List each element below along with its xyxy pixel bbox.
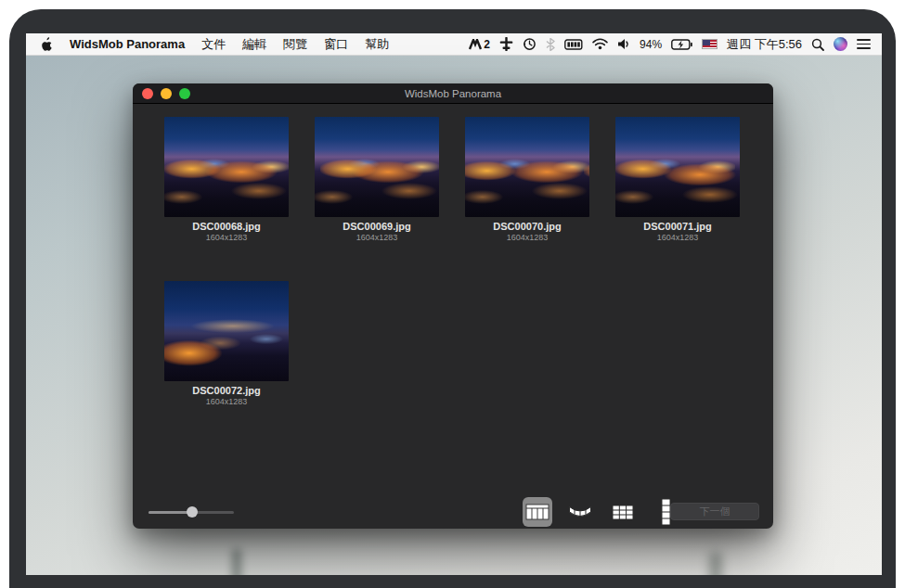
us-flag-icon[interactable]	[702, 39, 718, 49]
photo-dimensions: 1604x1283	[465, 233, 589, 242]
peaks-count: 2	[484, 38, 490, 51]
menu-edit[interactable]: 編輯	[242, 36, 266, 53]
photo-dimensions: 1604x1283	[164, 397, 289, 406]
apple-icon[interactable]	[41, 36, 53, 53]
tile-stitch-icon	[612, 505, 634, 520]
mode-cylinder-stitch-button[interactable]	[565, 497, 595, 527]
photo-thumbnail[interactable]	[465, 117, 589, 217]
zoom-button[interactable]	[179, 88, 190, 99]
photo-dimensions: 1604x1283	[315, 233, 439, 242]
photo-item[interactable]: DSC00069.jpg 1604x1283	[315, 117, 439, 242]
menu-file[interactable]: 文件	[201, 36, 226, 53]
window-controls	[142, 88, 190, 99]
wifi-icon[interactable]	[592, 36, 608, 53]
wallpaper-stem-right	[710, 553, 721, 575]
photo-filename: DSC00072.jpg	[164, 385, 289, 396]
photo-thumbnail[interactable]	[615, 117, 740, 217]
mode-horizontal-stitch-button[interactable]	[523, 497, 552, 527]
time-machine-icon[interactable]	[523, 36, 537, 53]
notification-center-icon[interactable]	[857, 39, 871, 49]
battery-charging-icon[interactable]	[671, 36, 692, 53]
app-menu-title[interactable]: WidsMob Panorama	[70, 37, 185, 51]
keyboard-battery-icon[interactable]	[564, 36, 583, 53]
photo-thumbnail[interactable]	[164, 281, 289, 381]
battery-percent: 94%	[640, 38, 662, 51]
photo-filename: DSC00071.jpg	[615, 221, 740, 232]
photo-thumbnail[interactable]	[164, 117, 289, 217]
horizontal-stitch-icon	[525, 504, 549, 520]
siri-icon[interactable]	[834, 37, 847, 51]
photo-item[interactable]: DSC00072.jpg 1604x1283	[164, 281, 289, 406]
menu-view[interactable]: 閱覽	[283, 36, 307, 53]
menu-bar: WidsMob Panorama 文件 編輯 閱覽 窗口 幫助 2	[26, 33, 882, 56]
menu-clock[interactable]: 週四 下午5:56	[727, 36, 802, 53]
spotlight-search-icon[interactable]	[811, 36, 824, 53]
minimize-button[interactable]	[161, 88, 172, 99]
photo-dimensions: 1604x1283	[164, 233, 289, 242]
peaks-indicator-icon[interactable]: 2	[469, 38, 490, 51]
slider-fill	[149, 511, 192, 514]
mode-tile-stitch-button[interactable]	[608, 497, 638, 527]
photo-item[interactable]: DSC00071.jpg 1604x1283	[615, 117, 740, 242]
next-step-button[interactable]: 下一個	[670, 503, 759, 520]
photo-dimensions: 1604x1283	[615, 233, 740, 242]
photo-filename: DSC00069.jpg	[315, 221, 439, 232]
window-titlebar[interactable]: WidsMob Panorama	[133, 83, 773, 104]
cylinder-stitch-icon	[568, 504, 592, 520]
thumbnail-zoom-slider[interactable]	[149, 505, 234, 518]
vertical-stitch-icon	[661, 498, 671, 526]
menu-window[interactable]: 窗口	[324, 36, 348, 53]
volume-icon[interactable]	[617, 36, 630, 53]
app-window: WidsMob Panorama DSC00068.jpg 1604x1283	[133, 83, 773, 529]
stitch-mode-group	[523, 497, 680, 527]
photo-filename: DSC00070.jpg	[465, 221, 589, 232]
photo-filename: DSC00068.jpg	[164, 221, 289, 232]
photo-thumbnail[interactable]	[315, 117, 439, 217]
wallpaper-stem-left	[232, 549, 241, 575]
screenshot-stage: WidsMob Panorama 文件 編輯 閱覽 窗口 幫助 2	[0, 0, 905, 588]
desktop-screen: WidsMob Panorama 文件 編輯 閱覽 窗口 幫助 2	[26, 33, 882, 575]
menu-help[interactable]: 幫助	[365, 36, 389, 53]
close-button[interactable]	[142, 88, 153, 99]
wallpaper-curve-center	[500, 550, 666, 575]
slider-knob[interactable]	[187, 506, 198, 518]
bluetooth-icon[interactable]	[546, 36, 555, 53]
window-title: WidsMob Panorama	[405, 88, 501, 99]
display-bezel: WidsMob Panorama 文件 編輯 閱覽 窗口 幫助 2	[9, 9, 896, 588]
photo-item[interactable]: DSC00070.jpg 1604x1283	[465, 117, 589, 242]
photo-item[interactable]: DSC00068.jpg 1604x1283	[164, 117, 289, 242]
aircraft-icon[interactable]	[499, 36, 513, 53]
desktop-wallpaper: WidsMob Panorama DSC00068.jpg 1604x1283	[26, 56, 882, 575]
